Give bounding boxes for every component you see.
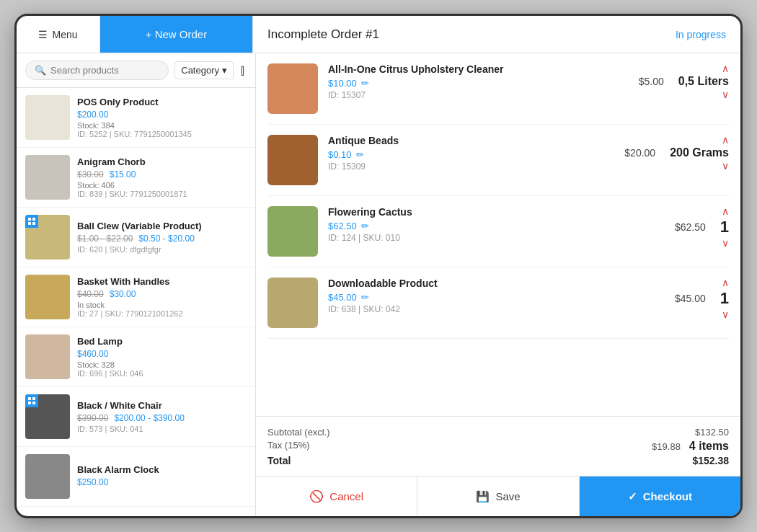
product-info: POS Only Product $200.00 Stock: 384 ID: … [77, 97, 247, 138]
tax-right: $19.88 4 items [652, 440, 729, 453]
stock-info: In stock [77, 301, 247, 309]
order-item-qty-row: $20.00 200 Grams [624, 146, 729, 159]
product-meta: ID: 573 | SKU: 041 [77, 425, 247, 433]
order-item-thumbnail [267, 135, 318, 185]
menu-label: Menu [52, 29, 77, 40]
order-item-name: All-In-One Citrus Upholstery Cleaner [328, 63, 618, 75]
order-line-total: $20.00 [624, 147, 655, 159]
order-item-right: ∧ $5.00 0,5 Liters ∨ [628, 63, 729, 99]
product-thumbnail [25, 95, 70, 140]
header: ☰ Menu + New Order Incomplete Order #1 I… [17, 16, 740, 53]
order-item-qty-row: $62.50 1 [628, 218, 729, 236]
order-item-price-row: $45.00 ✏ [328, 292, 618, 303]
order-line-total: $62.50 [675, 221, 706, 233]
order-qty-label: 1 [720, 289, 729, 308]
product-thumbnail [25, 454, 70, 499]
svg-rect-3 [32, 222, 35, 225]
product-thumbnail [25, 275, 70, 319]
product-thumbnail [25, 394, 70, 439]
product-name: Black / White Chair [77, 400, 247, 411]
total-label: Total [267, 455, 291, 466]
search-input-wrap[interactable]: 🔍 [25, 61, 169, 80]
left-panel: 🔍 Category ▾ ⫿ POS Only Product $200.00 … [17, 53, 256, 516]
order-item: Downloadable Product $45.00 ✏ ID: 638 | … [267, 267, 729, 339]
edit-price-icon[interactable]: ✏ [356, 149, 364, 160]
order-qty-label: 1 [720, 218, 729, 236]
chevron-down-icon: ▾ [222, 65, 227, 76]
order-item-price: $62.50 [328, 221, 357, 231]
save-icon: 💾 [476, 490, 490, 503]
order-title: Incomplete Order #1 [253, 27, 676, 42]
qty-down-arrow[interactable]: ∨ [722, 238, 729, 248]
svg-rect-1 [32, 218, 35, 221]
product-thumbnail [25, 155, 70, 200]
stock-info: Stock: 384 [77, 121, 247, 130]
product-item[interactable]: Bed Lamp $460.00 Stock: 328 ID: 696 | SK… [17, 327, 255, 387]
svg-rect-7 [32, 402, 35, 404]
search-input[interactable] [50, 65, 159, 76]
menu-icon: ☰ [38, 29, 48, 40]
product-meta: ID: 839 | SKU: 7791250001871 [77, 190, 247, 198]
checkout-button[interactable]: ✓ Checkout [580, 476, 740, 516]
tax-row: Tax (15%) $19.88 4 items [267, 440, 729, 453]
qty-down-arrow[interactable]: ∨ [722, 89, 729, 99]
product-info: Anigram Chorb $30.00$15.00 Stock: 406 ID… [77, 156, 247, 198]
product-item[interactable]: Black Alarm Clock $250.00 [17, 447, 255, 507]
search-icon: 🔍 [35, 65, 46, 76]
footer: 🚫 Cancel 💾 Save ✓ Checkout [256, 476, 740, 516]
barcode-icon[interactable]: ⫿ [239, 62, 247, 79]
product-original-price: $390.00 [77, 413, 108, 423]
edit-price-icon[interactable]: ✏ [361, 292, 369, 303]
product-thumbnail [25, 334, 70, 379]
cancel-button[interactable]: 🚫 Cancel [256, 476, 417, 516]
cancel-icon: 🚫 [309, 489, 324, 503]
subtotal-label: Subtotal (excl.) [267, 427, 330, 438]
order-item: Flowering Cactus $62.50 ✏ ID: 124 | SKU:… [267, 196, 729, 267]
qty-down-arrow[interactable]: ∨ [722, 309, 729, 319]
edit-price-icon[interactable]: ✏ [361, 78, 369, 89]
svg-rect-4 [28, 397, 31, 400]
product-info: Basket With Handles $40.00$30.00 In stoc… [77, 276, 247, 318]
qty-up-arrow[interactable]: ∧ [722, 135, 729, 145]
product-sale-price: $15.00 [110, 169, 136, 179]
order-item-price: $45.00 [328, 292, 357, 303]
order-item-id: ID: 15307 [328, 90, 618, 100]
save-button[interactable]: 💾 Save [417, 476, 579, 516]
order-qty-label: 0,5 Liters [678, 75, 729, 88]
qty-up-arrow[interactable]: ∧ [722, 206, 729, 216]
order-line-total: $5.00 [639, 76, 664, 87]
menu-button[interactable]: ☰ Menu [17, 16, 100, 53]
order-item-right: ∧ $62.50 1 ∨ [628, 206, 729, 248]
order-item-price-row: $62.50 ✏ [328, 221, 618, 231]
order-item-price: $0.10 [328, 149, 352, 160]
total-row: Total $152.38 [267, 455, 729, 466]
product-item[interactable]: Ball Clew (Variable Product) $1.00 - $22… [17, 208, 255, 267]
checkmark-icon: ✓ [628, 490, 637, 503]
order-item-info: Antique Beads $0.10 ✏ ID: 15309 [328, 135, 614, 172]
order-item-name: Downloadable Product [328, 278, 618, 289]
product-item[interactable]: Anigram Chorb $30.00$15.00 Stock: 406 ID… [17, 148, 255, 208]
edit-price-icon[interactable]: ✏ [361, 221, 369, 231]
product-item[interactable]: Basket With Handles $40.00$30.00 In stoc… [17, 267, 255, 327]
order-item-thumbnail [267, 278, 318, 328]
product-item[interactable]: POS Only Product $200.00 Stock: 384 ID: … [17, 88, 255, 148]
qty-up-arrow[interactable]: ∧ [722, 278, 729, 288]
svg-rect-0 [28, 218, 31, 221]
product-price: $200.00 [77, 110, 108, 120]
qty-down-arrow[interactable]: ∨ [722, 161, 729, 171]
order-summary: Subtotal (excl.) $132.50 Tax (15%) $19.8… [256, 416, 740, 476]
svg-rect-5 [32, 397, 35, 400]
product-thumbnail [25, 215, 70, 260]
product-original-price: $30.00 [77, 169, 104, 179]
product-meta: ID: 5252 | SKU: 7791250001345 [77, 130, 247, 138]
order-qty-label: 200 Grams [670, 146, 729, 159]
qty-up-arrow[interactable]: ∧ [722, 63, 729, 74]
new-order-button[interactable]: + New Order [100, 16, 253, 53]
search-bar: 🔍 Category ▾ ⫿ [17, 53, 255, 88]
svg-rect-2 [28, 222, 31, 225]
product-item[interactable]: Black / White Chair $390.00$200.00 - $39… [17, 387, 255, 447]
order-item-name: Antique Beads [328, 135, 614, 146]
product-sale-price: $30.00 [110, 289, 136, 299]
category-dropdown[interactable]: Category ▾ [174, 61, 234, 79]
order-line-total: $45.00 [675, 293, 706, 304]
